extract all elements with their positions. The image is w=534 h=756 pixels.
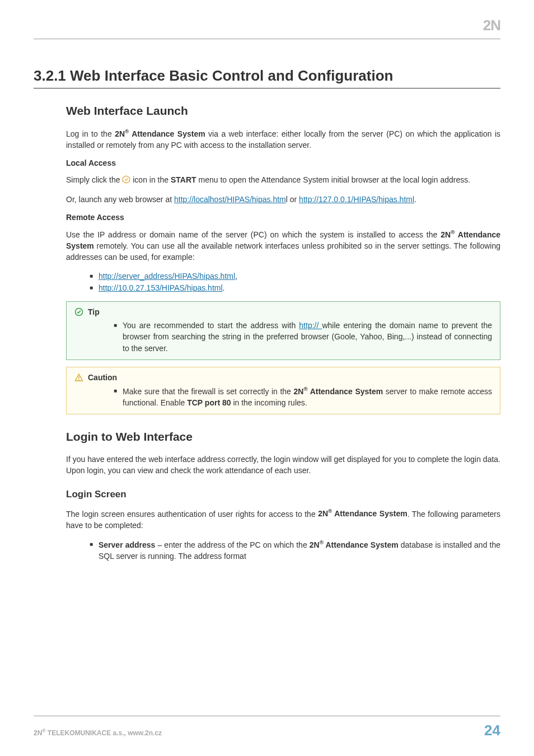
page-title: 3.2.1 Web Interface Basic Control and Co… bbox=[34, 67, 500, 88]
text-fragment: or bbox=[288, 195, 299, 204]
list-item: Server address – enter the address of th… bbox=[90, 539, 500, 562]
brand-suffix: Attendance System bbox=[332, 509, 407, 518]
registered-mark: ® bbox=[320, 539, 324, 545]
text-fragment: You are recommended to start the address… bbox=[123, 321, 299, 330]
param-list: Server address – enter the address of th… bbox=[66, 539, 500, 562]
callout-tip-list: You are recommended to start the address… bbox=[74, 320, 492, 354]
text-fragment: The login screen ensures authentication … bbox=[66, 509, 318, 518]
svg-marker-0 bbox=[123, 176, 130, 183]
heading-web-interface-launch: Web Interface Launch bbox=[66, 104, 500, 118]
logo-2n: 2N bbox=[483, 17, 500, 34]
page-footer: 2N® TELEKOMUNIKACE a.s., www.2n.cz 24 bbox=[34, 716, 500, 739]
link-localhost[interactable]: http://localhost/HIPAS/hipas.htm bbox=[174, 195, 286, 204]
brand-suffix: Attendance System bbox=[324, 540, 399, 549]
list-item: http://server_address/HIPAS/hipas.html, bbox=[90, 270, 500, 282]
heading-login-screen: Login Screen bbox=[66, 489, 500, 500]
brand-2n: 2N bbox=[34, 729, 42, 737]
text-fragment: icon in the bbox=[130, 175, 171, 184]
text-fragment: Use the IP address or domain name of the… bbox=[66, 230, 441, 239]
link-ip-example[interactable]: http://10.0.27.153/HIPAS/hipas.html bbox=[99, 283, 223, 292]
label-remote-access: Remote Access bbox=[66, 213, 500, 222]
footer-company-text: TELEKOMUNIKACE a.s., www.2n.cz bbox=[46, 729, 162, 737]
callout-caution-list: Make sure that the firewall is set corre… bbox=[74, 385, 492, 408]
heading-login-web-interface: Login to Web Interface bbox=[66, 430, 500, 444]
paragraph-remote-access: Use the IP address or domain name of the… bbox=[66, 228, 500, 263]
svg-point-4 bbox=[78, 379, 79, 380]
content-area: Web Interface Launch Log in to the 2N® A… bbox=[34, 104, 500, 562]
paragraph-login-intro2: If you have entered the web interface ad… bbox=[66, 454, 500, 477]
start-menu-label: START bbox=[171, 175, 196, 184]
link-http-prefix[interactable]: http:// bbox=[299, 321, 322, 330]
text-fragment: menu to open the Attendance System initi… bbox=[196, 175, 471, 184]
label-local-access: Local Access bbox=[66, 158, 500, 167]
paragraph-login-screen: The login screen ensures authentication … bbox=[66, 508, 500, 531]
brand-2n: 2N bbox=[441, 230, 451, 239]
warning-triangle-icon bbox=[74, 373, 83, 382]
callout-tip-header: Tip bbox=[74, 307, 492, 316]
param-server-address-label: Server address bbox=[99, 540, 155, 549]
brand-2n: 2N bbox=[293, 387, 303, 396]
brand-2n: 2N bbox=[115, 129, 125, 138]
brand-suffix: Attendance System bbox=[129, 129, 205, 138]
attendance-app-icon bbox=[122, 175, 130, 184]
paragraph-local-access: Simply click the icon in the START menu … bbox=[66, 174, 500, 185]
callout-tip-title: Tip bbox=[88, 307, 100, 316]
footer-company: 2N® TELEKOMUNIKACE a.s., www.2n.cz bbox=[34, 728, 162, 737]
paragraph-or-launch: Or, launch any web browser at http://loc… bbox=[66, 194, 500, 205]
brand-suffix: Attendance System bbox=[308, 387, 383, 396]
callout-caution-title: Caution bbox=[88, 373, 117, 382]
text-fragment: . bbox=[414, 195, 416, 204]
brand-2n: 2N bbox=[318, 509, 328, 518]
text-fragment: Log in to the bbox=[66, 129, 115, 138]
text-fragment: – enter the address of the PC on which t… bbox=[155, 540, 309, 549]
text-fragment: Or, launch any web browser at bbox=[66, 195, 174, 204]
text-fragment: remotely. You can use all the available … bbox=[66, 241, 500, 262]
paragraph-login-intro: Log in to the 2N® Attendance System via … bbox=[66, 128, 500, 151]
page-number: 24 bbox=[484, 722, 500, 739]
callout-tip: Tip You are recommended to start the add… bbox=[66, 301, 500, 360]
registered-mark: ® bbox=[303, 386, 307, 392]
link-127[interactable]: http://127.0.0.1/HIPAS/hipas.html bbox=[299, 195, 414, 204]
text-fragment: Make sure that the firewall is set corre… bbox=[123, 387, 293, 396]
text-fragment: in the incoming rules. bbox=[231, 398, 307, 407]
callout-caution-header: Caution bbox=[74, 373, 492, 382]
text-fragment: Simply click the bbox=[66, 175, 122, 184]
link-server-address[interactable]: http://server_address/HIPAS/hipas.html bbox=[99, 272, 235, 281]
callout-caution: Caution Make sure that the firewall is s… bbox=[66, 367, 500, 414]
brand-2n: 2N bbox=[310, 540, 320, 549]
tcp-port-label: TCP port 80 bbox=[187, 398, 231, 407]
page-header: 2N bbox=[34, 17, 500, 39]
list-item: Make sure that the firewall is set corre… bbox=[114, 385, 492, 408]
list-item: http://10.0.27.153/HIPAS/hipas.html. bbox=[90, 282, 500, 293]
list-item: You are recommended to start the address… bbox=[114, 320, 492, 354]
link-list-remote: http://server_address/HIPAS/hipas.html, … bbox=[66, 270, 500, 293]
check-circle-icon bbox=[74, 307, 83, 316]
